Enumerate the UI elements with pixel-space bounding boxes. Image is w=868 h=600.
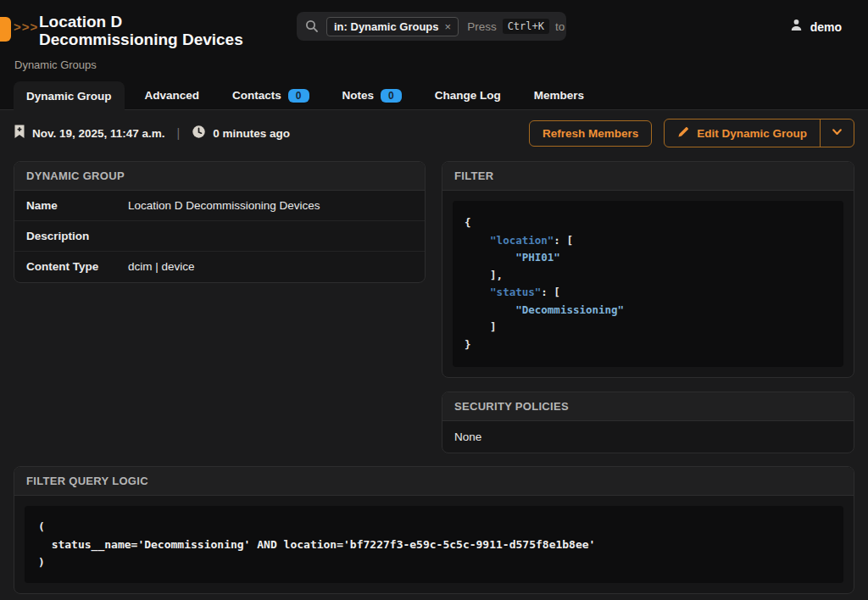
- page-header: >>> Location D Decommissioning Devices D…: [0, 0, 868, 110]
- attr-label-name: Name: [26, 199, 128, 212]
- table-row: Name Location D Decommissioning Devices: [14, 191, 425, 221]
- tab-members[interactable]: Members: [521, 81, 597, 109]
- chevrons-icon: >>>: [14, 19, 38, 34]
- pencil-icon: [677, 125, 690, 141]
- breadcrumb[interactable]: Dynamic Groups: [14, 58, 97, 71]
- json-key-location: "location": [490, 234, 554, 247]
- left-column: DYNAMIC GROUP Name Location D Decommissi…: [14, 161, 426, 283]
- query-expression: status__name='Decommissioning' AND locat…: [38, 536, 830, 553]
- dynamic-group-panel-title: DYNAMIC GROUP: [14, 162, 425, 191]
- filter-panel-title: FILTER: [442, 162, 854, 191]
- security-policies-title: SECURITY POLICIES: [442, 392, 854, 421]
- refresh-members-button[interactable]: Refresh Members: [529, 120, 652, 147]
- username-label: demo: [810, 20, 842, 34]
- search-input[interactable]: in: Dynamic Groups × Press Ctrl+K to se: [297, 12, 566, 41]
- filter-query-logic-body: ( status__name='Decommissioning' AND loc…: [14, 496, 854, 593]
- search-filter-chip-label: in: Dynamic Groups: [334, 20, 439, 33]
- created-timestamp: Nov. 19, 2025, 11:47 a.m.: [32, 127, 165, 140]
- right-column: FILTER { "location": [ "PHI01" ], "statu…: [442, 161, 854, 453]
- attr-label-content-type: Content Type: [26, 260, 128, 274]
- edit-dropdown-button[interactable]: [820, 119, 854, 147]
- chip-close-icon[interactable]: ×: [445, 20, 452, 33]
- filter-query-logic-title: FILTER QUERY LOGIC: [14, 467, 854, 496]
- json-value-phi01: "PHI01": [515, 251, 560, 264]
- filter-panel: FILTER { "location": [ "PHI01" ], "statu…: [442, 161, 854, 378]
- user-menu[interactable]: demo: [789, 18, 842, 36]
- chevron-down-icon: [832, 126, 843, 140]
- page-title: Location D Decommissioning Devices: [39, 13, 285, 48]
- json-value-decommissioning: "Decommissioning": [515, 303, 624, 316]
- clock-icon: [192, 125, 206, 142]
- search-icon: [305, 19, 319, 33]
- security-policies-panel: SECURITY POLICIES None: [442, 392, 854, 453]
- page-title-line1: Location D: [39, 13, 285, 31]
- meta-row: Nov. 19, 2025, 11:47 a.m. | 0 minutes ag…: [14, 119, 854, 147]
- filter-query-code: ( status__name='Decommissioning' AND loc…: [25, 506, 843, 583]
- panels-row: DYNAMIC GROUP Name Location D Decommissi…: [14, 161, 854, 453]
- contacts-count-badge: 0: [288, 89, 309, 103]
- edit-button-group: Edit Dynamic Group: [664, 119, 854, 147]
- tab-notes[interactable]: Notes 0: [330, 81, 415, 109]
- table-row: Content Type dcim | device: [14, 252, 425, 282]
- tab-dynamic-group[interactable]: Dynamic Group: [14, 81, 125, 111]
- updated-timestamp: 0 minutes ago: [213, 127, 290, 140]
- search-hint-suffix: to se: [555, 20, 566, 33]
- filter-json-code: { "location": [ "PHI01" ], "status": [ "…: [453, 201, 843, 367]
- attr-value-name: Location D Decommissioning Devices: [128, 199, 320, 212]
- action-buttons: Refresh Members Edit Dynamic Group: [529, 119, 854, 147]
- security-policies-value: None: [442, 421, 854, 453]
- user-icon: [789, 18, 804, 36]
- json-key-status: "status": [490, 286, 541, 298]
- timestamps: Nov. 19, 2025, 11:47 a.m. | 0 minutes ag…: [14, 125, 290, 142]
- meta-separator: |: [177, 126, 181, 140]
- sidebar-edge-tab[interactable]: [0, 17, 11, 42]
- tab-bar: Dynamic Group Advanced Contacts 0 Notes …: [0, 81, 868, 110]
- attr-value-content-type: dcim | device: [128, 260, 195, 274]
- filter-query-logic-panel: FILTER QUERY LOGIC ( status__name='Decom…: [14, 466, 854, 594]
- edit-dynamic-group-button[interactable]: Edit Dynamic Group: [665, 119, 820, 147]
- main-content: Nov. 19, 2025, 11:47 a.m. | 0 minutes ag…: [0, 110, 868, 600]
- table-row: Description: [14, 221, 425, 252]
- bookmark-plus-icon: [14, 125, 25, 142]
- tab-advanced[interactable]: Advanced: [132, 81, 213, 109]
- attr-label-description: Description: [26, 230, 128, 242]
- search-hint-prefix: Press: [467, 20, 497, 33]
- tab-contacts[interactable]: Contacts 0: [220, 81, 321, 109]
- tab-change-log[interactable]: Change Log: [422, 81, 514, 109]
- filter-panel-body: { "location": [ "PHI01" ], "status": [ "…: [442, 191, 854, 377]
- keyboard-shortcut-badge: Ctrl+K: [503, 19, 549, 34]
- search-filter-chip[interactable]: in: Dynamic Groups ×: [326, 17, 459, 36]
- dynamic-group-panel: DYNAMIC GROUP Name Location D Decommissi…: [14, 161, 426, 283]
- page-title-line2: Decommissioning Devices: [39, 31, 285, 48]
- notes-count-badge: 0: [381, 89, 402, 103]
